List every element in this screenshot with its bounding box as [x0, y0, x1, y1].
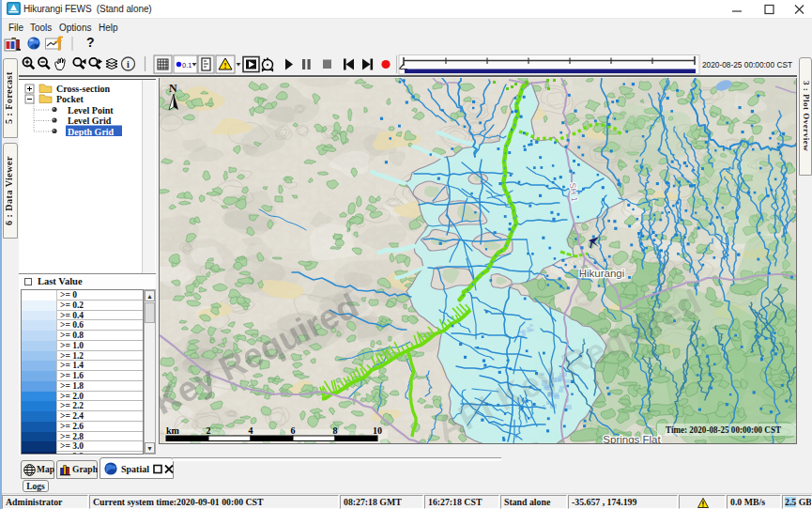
svg-text:10: 10 — [373, 425, 382, 436]
svg-text:6: 6 — [291, 425, 296, 436]
svg-text:Time: 2020-08-25 00:00:00 CST: Time: 2020-08-25 00:00:00 CST — [666, 424, 782, 435]
svg-text:i: i — [127, 59, 130, 69]
svg-text:Springs Flat: Springs Flat — [603, 434, 661, 444]
svg-text:0.1: 0.1 — [182, 61, 192, 69]
svg-text:4: 4 — [249, 425, 253, 436]
svg-text:N: N — [169, 82, 177, 95]
svg-text:2020-08-25 00:00:00 CST: 2020-08-25 00:00:00 CST — [702, 59, 792, 69]
svg-text:Hikurangi: Hikurangi — [579, 268, 625, 279]
svg-text:2: 2 — [207, 425, 211, 436]
svg-text:8: 8 — [333, 425, 338, 436]
svg-text:!: ! — [224, 61, 227, 70]
svg-text:km: km — [166, 425, 180, 436]
